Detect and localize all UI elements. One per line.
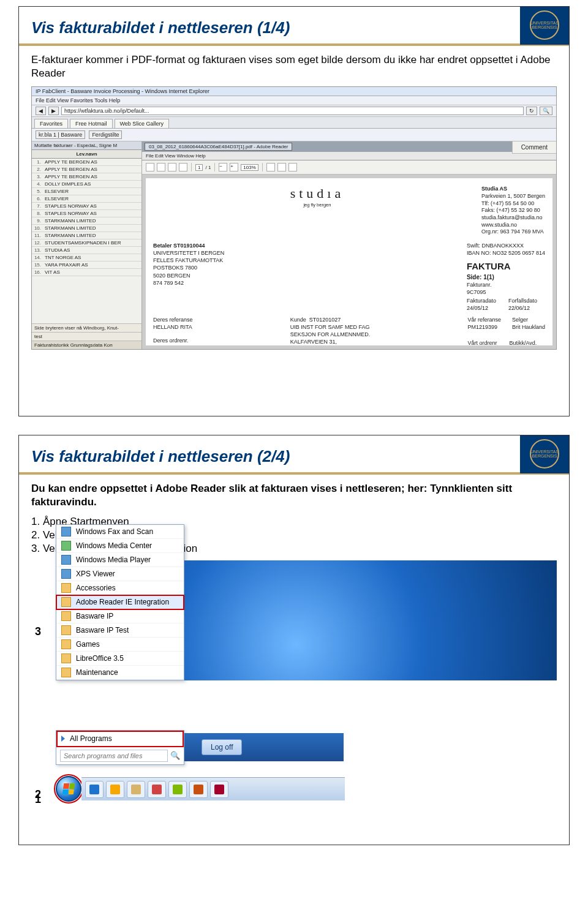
- nav-fwd-button[interactable]: ▶: [48, 107, 59, 115]
- search-field[interactable]: 🔍: [540, 107, 552, 115]
- ref-block: Deres referanse HELLAND RITA Deres ordre…: [153, 316, 193, 346]
- comment-panel-tab[interactable]: Comment: [512, 141, 556, 154]
- zoom-field[interactable]: 103%: [241, 164, 258, 171]
- print-icon[interactable]: [168, 163, 176, 171]
- search-icon[interactable]: 🔍: [170, 751, 180, 760]
- list-item[interactable]: 2.APPLY TE BERGEN AS: [32, 166, 141, 173]
- start-menu-item[interactable]: Windows Media Center: [56, 539, 184, 553]
- uib-logo: UNIVERSITASBERGENSIS: [520, 6, 569, 45]
- program-icon: [61, 639, 71, 649]
- start-menu-label: Basware IP Test: [76, 626, 129, 634]
- intro-text: Du kan endre oppsettet i Adobe Reader sl…: [31, 482, 557, 509]
- vendor-name: Studia AS: [481, 186, 545, 193]
- program-icon: [61, 611, 71, 621]
- start-menu-item[interactable]: Games: [56, 638, 184, 652]
- start-button[interactable]: [56, 776, 81, 802]
- invoice-date-label: Fakturadato: [467, 297, 496, 304]
- breadcrumb-item[interactable]: Ferdigstilte: [89, 130, 122, 139]
- start-menu-item[interactable]: Adobe Reader IE Integration: [56, 595, 184, 609]
- your-ref: HELLAND RITA: [153, 323, 193, 331]
- list-item[interactable]: 5.ELSEVIER: [32, 188, 141, 195]
- taskbar-app-icon[interactable]: [168, 781, 187, 798]
- all-programs-item[interactable]: All Programs: [56, 731, 184, 747]
- list-item[interactable]: 8.STAPLES NORWAY AS: [32, 210, 141, 217]
- zoom-in-icon[interactable]: +: [230, 163, 238, 171]
- start-menu-item[interactable]: XPS Viewer: [56, 567, 184, 581]
- address-field[interactable]: https://wtfaktura.uib.no/ip/Default...: [61, 107, 524, 115]
- taskbar-app-icon[interactable]: [127, 781, 145, 798]
- list-item[interactable]: 16.VIT AS: [32, 269, 141, 276]
- zoom-out-icon[interactable]: −: [219, 163, 227, 171]
- favorites-bar: Favorites Free Hotmail Web Slice Gallery: [32, 117, 556, 129]
- all-programs-label: All Programs: [70, 734, 112, 743]
- reader-menubar[interactable]: File Edit View Window Help: [142, 152, 556, 160]
- program-icon: [61, 625, 71, 635]
- payer-line: UNIVERSITETET I BERGEN: [153, 249, 224, 257]
- ie-menubar[interactable]: File Edit View Favorites Tools Help: [32, 96, 556, 105]
- callout-3: 3: [35, 625, 41, 638]
- taskbar-app-icon[interactable]: [85, 781, 104, 798]
- invoice-no-label: Fakturanr.: [467, 281, 545, 288]
- pdf-tab[interactable]: 03_08_2012_61860644A3C06aE484D37[1].pdf …: [145, 143, 292, 151]
- list-bottom-tabs[interactable]: Fakturahistorikk Grunnlagsdata Kon: [32, 341, 141, 349]
- slide-header: Vis fakturabildet i nettleseren (1/4) UN…: [19, 7, 569, 46]
- start-search-input[interactable]: [60, 750, 168, 762]
- breadcrumb[interactable]: kr.bla 1 | Basware: [36, 130, 85, 139]
- invoice-list[interactable]: 1.APPLY TE BERGEN AS2.APPLY TE BERGEN AS…: [32, 159, 141, 323]
- list-item[interactable]: 3.APPLY TE BERGEN AS: [32, 173, 141, 181]
- our-ref-label: Vår referanse: [467, 316, 501, 323]
- list-item[interactable]: 12.STUDENTSAMSKIPNADEN I BER: [32, 239, 141, 247]
- nav-back-button[interactable]: ◀: [36, 107, 46, 115]
- ourref-block: Vår referanse PM1219399 Selger Brit Hauk…: [467, 316, 545, 346]
- invoice-page: studıa jeg fly bergen Studia AS Parkveie…: [146, 178, 552, 345]
- list-footer-note: Side bryteren viser nå Windborg, Knut-: [32, 323, 141, 332]
- list-item[interactable]: 15.YARA PRAXAIR AS: [32, 262, 141, 269]
- vendor-web: www.studia.no: [481, 222, 545, 229]
- slide-title: Vis fakturabildet i nettleseren (1/4): [19, 11, 520, 40]
- start-menu[interactable]: Windows Fax and ScanWindows Media Center…: [56, 524, 184, 680]
- start-menu-item[interactable]: Basware IP Test: [56, 623, 184, 638]
- uib-logo: UNIVERSITASBERGENSIS: [520, 435, 569, 473]
- tool-icon[interactable]: [266, 163, 275, 171]
- slide-1: Vis fakturabildet i nettleseren (1/4) UN…: [18, 6, 570, 416]
- list-item[interactable]: 1.APPLY TE BERGEN AS: [32, 159, 141, 166]
- list-item[interactable]: 14.TNT NORGE AS: [32, 254, 141, 262]
- taskbar-app-icon[interactable]: [106, 781, 124, 798]
- customer-block: Kunde ST01201027 UIB INST FOR SAMF MED F…: [290, 316, 371, 346]
- list-item[interactable]: 6.ELSEVIER: [32, 195, 141, 203]
- start-menu-item[interactable]: Windows Media Player: [56, 553, 184, 567]
- tool-icon[interactable]: [288, 163, 297, 171]
- list-item[interactable]: 11.STARKMANN LIMITED: [32, 232, 141, 239]
- ie-address-row: ◀ ▶ https://wtfaktura.uib.no/ip/Default.…: [32, 105, 556, 117]
- arrow-right-icon: [61, 736, 65, 742]
- taskbar-app-icon[interactable]: [189, 781, 208, 798]
- list-item[interactable]: 4.DOLLY DIMPLES AS: [32, 181, 141, 188]
- mail-icon[interactable]: [179, 163, 187, 171]
- program-icon: [61, 653, 71, 663]
- start-menu-item[interactable]: Accessories: [56, 581, 184, 595]
- start-menu-item[interactable]: LibreOffice 3.5: [56, 652, 184, 666]
- vendor-orgnr: Org.nr: 963 794 769 MVA: [481, 228, 545, 236]
- page-field[interactable]: 1: [195, 164, 203, 171]
- start-menu-item[interactable]: Windows Fax and Scan: [56, 525, 184, 539]
- refresh-button[interactable]: ↻: [526, 107, 537, 115]
- favorites-button[interactable]: Favorites: [34, 119, 68, 128]
- fav-item[interactable]: Free Hotmail: [70, 119, 113, 128]
- app-toolbar: kr.bla 1 | Basware Ferdigstilte: [32, 129, 556, 141]
- customer-line: KALFARVEIEN 31,: [290, 338, 371, 345]
- taskbar-app-icon[interactable]: [210, 781, 228, 798]
- start-menu-item[interactable]: Basware IP: [56, 609, 184, 623]
- save-icon[interactable]: [157, 163, 165, 171]
- open-icon[interactable]: [146, 163, 154, 171]
- fav-item[interactable]: Web Slice Gallery: [115, 119, 169, 128]
- start-menu-item[interactable]: Maintenance: [56, 666, 184, 680]
- slide-2: Vis fakturabildet i nettleseren (2/4) UN…: [18, 435, 570, 845]
- list-item[interactable]: 10.STARKMANN LIMITED: [32, 225, 141, 232]
- taskbar-app-icon[interactable]: [148, 781, 166, 798]
- start-menu-label: XPS Viewer: [76, 570, 115, 578]
- tool-icon[interactable]: [277, 163, 286, 171]
- list-item[interactable]: 7.STAPLES NORWAY AS: [32, 203, 141, 210]
- list-item[interactable]: 13.STUDIA AS: [32, 247, 141, 254]
- logoff-button[interactable]: Log off: [202, 739, 242, 755]
- list-item[interactable]: 9.STARKMANN LIMITED: [32, 217, 141, 225]
